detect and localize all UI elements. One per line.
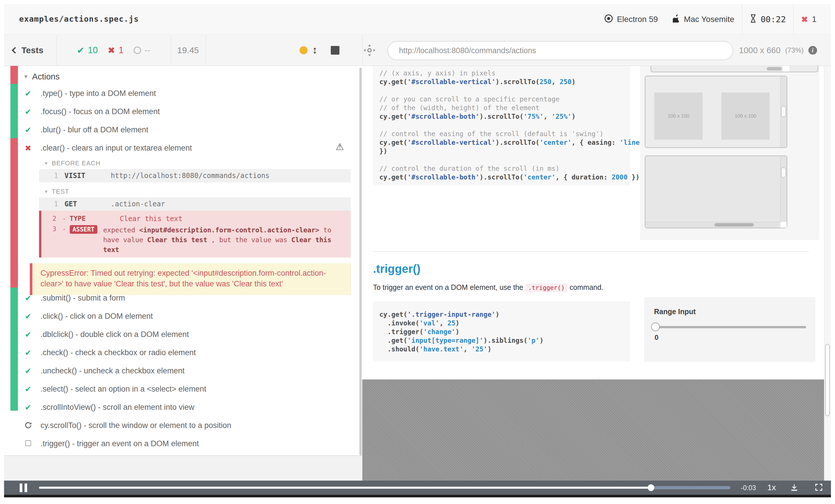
test-row[interactable]: ✔.blur() - blur off a DOM element: [4, 121, 351, 139]
command-name: TYPE: [70, 215, 86, 222]
command-row-assert[interactable]: 3 - ASSERT expected <input#description.f…: [41, 223, 351, 255]
code-line: cy.get('#scrollable-both').scrollTo('75%…: [379, 112, 630, 121]
passed-icon: ✔: [21, 366, 35, 376]
test-row[interactable]: ✔.type() - type into a DOM element: [4, 84, 351, 103]
log-scrollbar[interactable]: [360, 68, 362, 456]
horizontal-scrollbar[interactable]: [645, 222, 787, 228]
playback-rate-button[interactable]: 1x: [767, 483, 776, 492]
command-row-get[interactable]: 1 GET .action-clear: [39, 197, 351, 211]
code-line: cy.get('.trigger-input-range'): [379, 310, 630, 319]
failed-commands-block: 2 - TYPE Clear this text 3 - ASSERT expe…: [39, 211, 351, 257]
scrollable-both-box[interactable]: [645, 155, 787, 228]
circle-icon: [134, 46, 141, 54]
running-icon: [21, 421, 35, 430]
scrollbar-corner: [780, 222, 787, 228]
code-line: // of the (width, height) of the element: [379, 103, 630, 112]
failed-icon: ✖: [21, 144, 35, 153]
horizontal-scrollbar-thumb[interactable]: [767, 67, 782, 70]
fullscreen-button[interactable]: [815, 483, 823, 492]
test-row[interactable]: ✔.dblclick() - double click on a DOM ele…: [4, 326, 351, 343]
test-body-section[interactable]: ▾ TEST: [45, 186, 351, 197]
pending-icon: [21, 439, 35, 448]
auto-scrolling-indicator[interactable]: [300, 46, 308, 54]
vertical-scrollbar-thumb[interactable]: [781, 106, 786, 117]
timer-value: 00:22: [761, 15, 786, 24]
log-footer-area: [4, 456, 362, 481]
test-row[interactable]: ✔.uncheck() - uncheck a checkbox element: [4, 362, 351, 380]
test-title: .click() - click on a DOM element: [40, 312, 153, 321]
test-title: .dblclick() - double click on a DOM elem…: [40, 330, 189, 339]
vertical-scrollbar-thumb[interactable]: [781, 168, 786, 177]
test-row[interactable]: .trigger() - trigger an event on a DOM e…: [4, 435, 351, 453]
suite-header-actions[interactable]: ▾ Actions: [4, 69, 60, 84]
progress-loaded[interactable]: [651, 486, 730, 489]
before-each-section[interactable]: ▾ BEFORE EACH: [45, 158, 351, 169]
scrollbar-corner: [783, 66, 789, 72]
passed-icon: ✔: [21, 385, 35, 394]
back-to-tests-button[interactable]: Tests: [13, 35, 43, 66]
selector-playground-button[interactable]: [363, 44, 376, 58]
app-scrollbar-thumb[interactable]: [825, 344, 830, 416]
time-remaining: -0:03: [741, 484, 756, 492]
progress-played[interactable]: [39, 487, 651, 489]
code-line: cy.get('#scrollable-vertical').scrollTo(…: [379, 78, 630, 86]
code-line: }): [379, 147, 630, 155]
placeholder-image: 100 x 100: [721, 92, 770, 140]
test-row[interactable]: ✔.focus() - focus on a DOM element: [4, 103, 351, 121]
code-line: // (x axis, y axis) in pixels: [379, 69, 630, 78]
test-row[interactable]: ✔.click() - click on a DOM element: [4, 307, 351, 326]
test-row[interactable]: cy.scrollTo() - scroll the window or ele…: [4, 416, 351, 435]
scrollable-vertical-box[interactable]: 100 x 100 100 x 100: [645, 76, 787, 148]
test-row[interactable]: ✔.scrollIntoView() - scroll an element i…: [4, 398, 351, 416]
pause-button[interactable]: [20, 483, 27, 492]
code-line: cy.get('#scrollable-both').scrollTo('cen…: [379, 173, 630, 182]
failed-stat: ✖ 1: [107, 45, 123, 56]
check-icon: ✔: [77, 45, 84, 56]
range-slider-thumb[interactable]: [651, 322, 660, 331]
command-row-visit[interactable]: 1 VISIT http://localhost:8080/commands/a…: [39, 169, 351, 182]
failed-count: 1: [119, 45, 123, 56]
passed-icon: ✔: [21, 294, 35, 303]
test-row[interactable]: ✖.clear() - clears an input or textarea …: [4, 139, 351, 157]
test-title: .focus() - focus on a DOM element: [40, 107, 160, 116]
horizontal-scrollbar-thumb[interactable]: [714, 223, 754, 227]
code-line: .invoke('val', 25): [379, 319, 630, 328]
scrollable-horizontal-box[interactable]: [651, 66, 818, 72]
stop-button[interactable]: [331, 46, 340, 55]
test-title: cy.scrollTo() - scroll the window or ele…: [40, 421, 231, 430]
range-input-label: Range Input: [654, 308, 696, 316]
os-name: Mac Yosemite: [684, 15, 734, 24]
app-scrollbar[interactable]: [824, 66, 831, 481]
code-line: // or you can scroll to a specific perce…: [379, 95, 630, 103]
scroll-updown-icon[interactable]: ↕: [312, 44, 318, 56]
range-slider-track[interactable]: [655, 326, 806, 328]
command-number: 3: [48, 225, 56, 233]
test-row[interactable]: ✔.check() - check a checkbox or radio el…: [4, 343, 351, 362]
placeholder-image: 100 x 100: [654, 92, 702, 140]
cypress-runner-window: examples/actions.spec.js Electron 59 Mac…: [0, 0, 835, 504]
vertical-scrollbar[interactable]: [780, 156, 787, 223]
test-row[interactable]: ✔.select() - select an option in a <sele…: [4, 380, 351, 398]
url-address-bar[interactable]: http://localhost:8080/commands/actions: [387, 41, 733, 60]
test-list-top: ✔.type() - type into a DOM element✔.focu…: [4, 84, 351, 157]
viewport-size: 1000 x 660: [739, 46, 781, 55]
empty-viewport-hatch: [362, 379, 824, 481]
browser-select[interactable]: Electron 59: [597, 14, 666, 25]
test-row[interactable]: ✔.submit() - submit a form: [4, 289, 351, 307]
viewport-info: 1000 x 660 (73%) i: [739, 35, 817, 66]
hourglass-icon: [750, 14, 757, 25]
info-icon[interactable]: i: [809, 46, 817, 55]
command-name: GET: [64, 200, 96, 208]
vertical-scrollbar[interactable]: [780, 76, 787, 147]
progress-thumb[interactable]: [648, 484, 654, 491]
warning-icon[interactable]: ⚠: [336, 141, 344, 152]
command-row-type[interactable]: 2 - TYPE Clear this text: [41, 212, 351, 223]
trigger-code-block: cy.get('.trigger-input-range') .invoke('…: [373, 301, 630, 361]
fail-x-icon: ✖: [801, 15, 808, 24]
trigger-section-heading[interactable]: .trigger(): [373, 262, 421, 275]
passed-icon: ✔: [21, 403, 35, 412]
scrollto-code-block: // (x axis, y axis) in pixelscy.get('#sc…: [373, 66, 630, 186]
download-button[interactable]: [790, 483, 798, 493]
command-arg: Clear this text: [120, 215, 182, 223]
failed-summary: ✖ 1: [794, 15, 824, 24]
